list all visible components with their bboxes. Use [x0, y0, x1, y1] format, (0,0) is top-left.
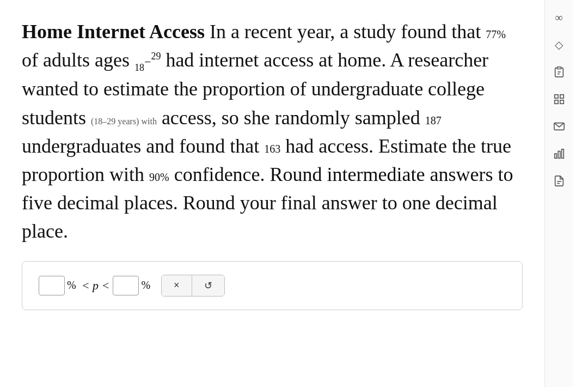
problem-text: Home Internet Access In a recent year, a…: [22, 17, 523, 246]
svg-rect-4: [560, 95, 563, 98]
text3-content: access, so she randomly sampled: [162, 107, 420, 129]
action-buttons: × ↺: [161, 275, 225, 297]
sidebar: ∞ ◇: [544, 0, 573, 387]
infinity-icon[interactable]: ∞: [550, 9, 568, 26]
answer-box: % < p < % × ↺: [22, 261, 523, 310]
age-end: 29: [151, 51, 161, 62]
svg-rect-10: [561, 149, 564, 159]
lower-bound-input[interactable]: [39, 276, 65, 295]
undo-button[interactable]: ↺: [192, 275, 224, 296]
age-note: (18–29 years) with: [91, 117, 157, 126]
age-dash: −: [144, 55, 151, 69]
problem-title: Home Internet Access: [22, 21, 205, 43]
mail-icon[interactable]: [550, 118, 568, 135]
age-start: 18: [134, 62, 144, 73]
text1: of adults ages: [22, 49, 130, 71]
pct-label-2: %: [141, 279, 150, 292]
text4-content: undergraduates and found that: [22, 135, 259, 157]
svg-rect-3: [554, 95, 558, 98]
less-than-p-less-than: < p <: [82, 279, 110, 293]
clipboard-icon[interactable]: [550, 63, 568, 81]
document-icon[interactable]: [550, 172, 568, 190]
pct-label-1: %: [67, 279, 76, 292]
confidence-pct: 90%: [149, 171, 169, 183]
diamond-icon[interactable]: ◇: [550, 36, 568, 53]
svg-rect-9: [558, 151, 560, 158]
pct77: 77%: [486, 28, 506, 40]
svg-rect-0: [557, 67, 561, 69]
sample-n: 187: [425, 114, 442, 126]
bar-chart-icon[interactable]: [550, 145, 568, 162]
svg-rect-5: [554, 100, 558, 104]
main-content: Home Internet Access In a recent year, a…: [0, 0, 544, 387]
svg-rect-6: [560, 100, 563, 104]
intro-sentence: In a recent year, a study found that: [210, 21, 481, 43]
svg-rect-8: [554, 154, 556, 158]
grid-icon[interactable]: [550, 90, 568, 108]
upper-bound-input[interactable]: [113, 276, 139, 295]
clear-button[interactable]: ×: [162, 275, 192, 296]
sample-k: 163: [264, 143, 280, 155]
